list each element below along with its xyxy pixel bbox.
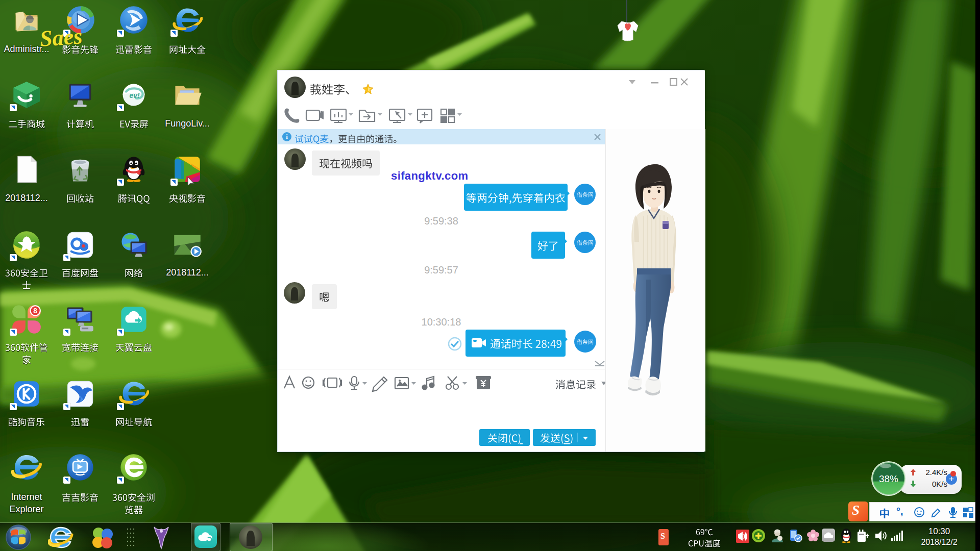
- svg-text:ev!: ev!: [129, 91, 139, 99]
- svg-text:38%: 38%: [879, 473, 898, 484]
- svg-text:8: 8: [33, 307, 37, 315]
